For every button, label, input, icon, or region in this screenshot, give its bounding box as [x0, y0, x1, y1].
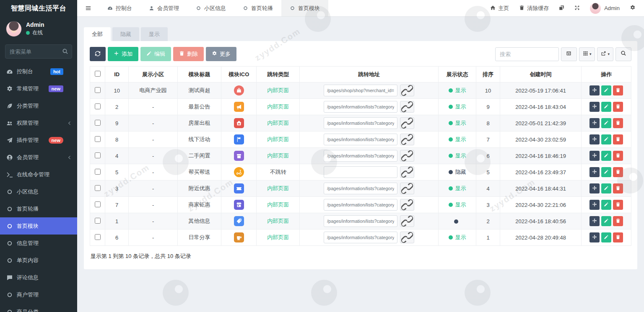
jump-url-input[interactable] — [324, 215, 397, 227]
link-button[interactable] — [400, 85, 414, 96]
user-menu[interactable]: Admin — [590, 3, 620, 14]
sidebar-item-6[interactable]: 在线命令管理 — [0, 166, 77, 183]
clone-button[interactable] — [559, 5, 564, 12]
move-button[interactable] — [589, 232, 600, 242]
sidebar-item-7[interactable]: 小区信息 — [0, 183, 77, 200]
home-link[interactable]: 主页 — [490, 5, 509, 12]
link-button[interactable] — [400, 134, 414, 145]
topbar-tab-1[interactable]: 会员管理 — [140, 0, 187, 16]
select-all-checkbox[interactable] — [95, 71, 101, 77]
jump-url-input[interactable] — [324, 85, 397, 96]
move-button[interactable] — [589, 134, 600, 144]
settings-gears-button[interactable] — [630, 5, 636, 12]
filter-tab-2[interactable]: 显示 — [141, 27, 168, 41]
row-checkbox[interactable] — [95, 87, 101, 93]
edit-row-button[interactable] — [601, 200, 611, 210]
sidebar-item-9[interactable]: 首页模块 — [0, 217, 77, 235]
move-button[interactable] — [589, 118, 600, 128]
sidebar-item-10[interactable]: 信息管理 — [0, 235, 77, 252]
edit-row-button[interactable] — [601, 151, 611, 161]
row-checkbox[interactable] — [95, 120, 101, 126]
sidebar-item-13[interactable]: 商户管理 — [0, 286, 77, 303]
export-button[interactable]: ▾ — [597, 47, 613, 61]
delete-row-button[interactable] — [613, 85, 623, 95]
move-button[interactable] — [589, 200, 600, 210]
move-button[interactable] — [589, 183, 600, 193]
columns-button[interactable]: ▾ — [579, 47, 595, 61]
search-button[interactable] — [615, 47, 631, 61]
delete-row-button[interactable] — [613, 232, 623, 242]
sidebar-item-3[interactable]: 权限管理 — [0, 114, 77, 132]
move-button[interactable] — [589, 151, 600, 161]
delete-row-button[interactable] — [613, 151, 623, 161]
link-button[interactable] — [400, 215, 414, 227]
move-button[interactable] — [589, 216, 600, 226]
paging-toggle-button[interactable] — [561, 47, 577, 61]
table-search-input[interactable] — [495, 47, 559, 61]
clear-cache-link[interactable]: 清除缓存 — [519, 5, 549, 12]
more-button[interactable]: 更多 — [206, 47, 236, 61]
move-button[interactable] — [589, 102, 600, 112]
delete-row-button[interactable] — [613, 102, 623, 112]
topbar-tab-3[interactable]: 首页轮播 — [234, 0, 281, 16]
fullscreen-button[interactable] — [574, 5, 580, 12]
delete-row-button[interactable] — [613, 216, 623, 226]
sidebar-item-8[interactable]: 首页轮播 — [0, 200, 77, 217]
edit-row-button[interactable] — [601, 216, 611, 226]
sidebar-item-0[interactable]: 控制台 hot — [0, 63, 77, 80]
row-checkbox[interactable] — [95, 218, 101, 224]
delete-row-button[interactable] — [613, 167, 623, 177]
jump-url-input[interactable] — [324, 150, 397, 162]
jump-url-input[interactable] — [324, 166, 397, 178]
sidebar-item-11[interactable]: 单页内容 — [0, 252, 77, 269]
link-button[interactable] — [400, 166, 414, 178]
jump-url-input[interactable] — [324, 199, 397, 211]
link-button[interactable] — [400, 117, 414, 129]
row-checkbox[interactable] — [95, 103, 101, 109]
edit-row-button[interactable] — [601, 85, 611, 95]
topbar-tab-4[interactable]: 首页模块 — [281, 0, 328, 16]
jump-url-input[interactable] — [324, 232, 397, 243]
link-button[interactable] — [400, 199, 414, 211]
add-button[interactable]: 添加 — [108, 47, 138, 61]
sidebar-item-5[interactable]: 会员管理 — [0, 149, 77, 166]
edit-row-button[interactable] — [601, 102, 611, 112]
row-checkbox[interactable] — [95, 169, 101, 175]
row-checkbox[interactable] — [95, 201, 101, 207]
jump-url-input[interactable] — [324, 183, 397, 194]
link-button[interactable] — [400, 150, 414, 162]
sidebar-item-1[interactable]: 常规管理 new — [0, 80, 77, 97]
row-checkbox[interactable] — [95, 185, 101, 191]
jump-url-input[interactable] — [324, 101, 397, 113]
row-checkbox[interactable] — [95, 234, 101, 240]
edit-row-button[interactable] — [601, 183, 611, 193]
jump-url-input[interactable] — [324, 134, 397, 145]
delete-button[interactable]: 删除 — [173, 47, 204, 61]
sidebar-item-14[interactable]: 商品分类 — [0, 303, 77, 312]
link-button[interactable] — [400, 232, 414, 243]
edit-row-button[interactable] — [601, 118, 611, 128]
topbar-tab-2[interactable]: 小区信息 — [187, 0, 234, 16]
move-button[interactable] — [589, 167, 600, 177]
delete-row-button[interactable] — [613, 183, 623, 193]
filter-tab-0[interactable]: 全部 — [84, 27, 111, 41]
hamburger-icon[interactable] — [77, 0, 99, 16]
sidebar-item-12[interactable]: 评论信息 — [0, 269, 77, 286]
delete-row-button[interactable] — [613, 134, 623, 144]
row-checkbox[interactable] — [95, 152, 101, 158]
edit-row-button[interactable] — [601, 232, 611, 242]
move-button[interactable] — [589, 85, 600, 95]
row-checkbox[interactable] — [95, 136, 101, 142]
topbar-tab-0[interactable]: 控制台 — [99, 0, 140, 16]
jump-url-input[interactable] — [324, 117, 397, 129]
refresh-button[interactable] — [90, 47, 106, 61]
link-button[interactable] — [400, 183, 414, 194]
edit-button[interactable]: 编辑 — [140, 47, 171, 61]
delete-row-button[interactable] — [613, 118, 623, 128]
sidebar-item-4[interactable]: 插件管理 new — [0, 132, 77, 149]
edit-row-button[interactable] — [601, 167, 611, 177]
edit-row-button[interactable] — [601, 134, 611, 144]
delete-row-button[interactable] — [613, 200, 623, 210]
filter-tab-1[interactable]: 隐藏 — [112, 27, 139, 41]
link-button[interactable] — [400, 101, 414, 113]
